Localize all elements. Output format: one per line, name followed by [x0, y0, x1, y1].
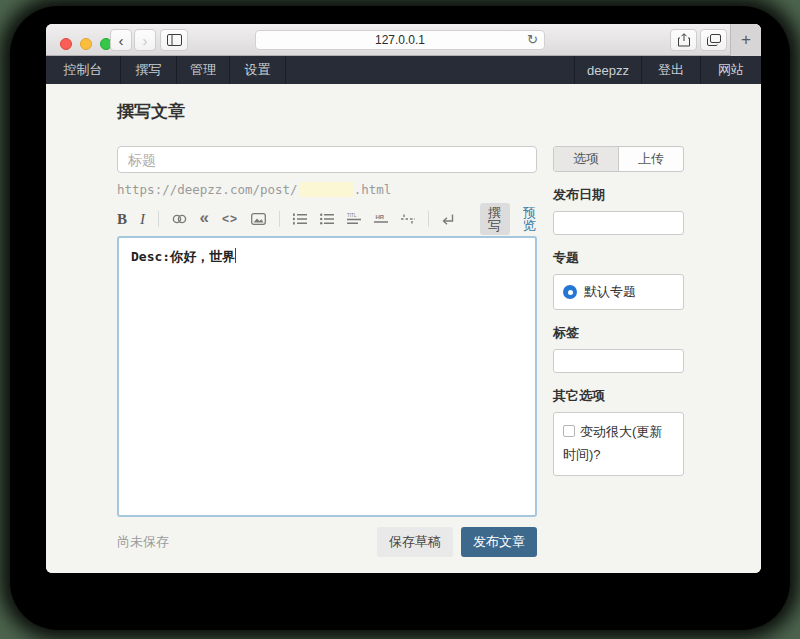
- nav-label: 登出: [658, 61, 684, 79]
- page-break-button[interactable]: [401, 213, 415, 225]
- tags-label: 标签: [553, 324, 684, 342]
- publish-date-label: 发布日期: [553, 186, 684, 204]
- address-bar[interactable]: 127.0.0.1 ↻: [255, 30, 545, 50]
- ordered-list-button[interactable]: [293, 213, 307, 225]
- bold-button[interactable]: B: [117, 212, 127, 227]
- sidebar-tabs: 选项 上传: [553, 146, 684, 172]
- radio-selected-icon[interactable]: [563, 285, 577, 299]
- tab-upload[interactable]: 上传: [618, 147, 683, 171]
- nav-label: 管理: [190, 61, 216, 79]
- forward-icon: ›: [143, 32, 148, 49]
- tab-label: 选项: [573, 150, 599, 168]
- link-icon: [172, 214, 187, 224]
- close-window-button[interactable]: [60, 38, 72, 50]
- url-slug-highlight: [299, 182, 353, 197]
- editor-footer: 尚未保存 保存草稿 发布文章: [117, 527, 537, 557]
- options-sidebar: 选项 上传 发布日期 专题 默认专题 标签 其它选项 变动很大(更新时: [553, 146, 684, 476]
- editor-text: Desc:你好，世界: [131, 249, 235, 264]
- safari-window: ‹ › 127.0.0.1 ↻: [46, 24, 761, 573]
- svg-text:TITL: TITL: [347, 213, 357, 218]
- heading-icon: TITL: [347, 213, 361, 225]
- plus-icon: +: [741, 30, 751, 50]
- other-options-label: 其它选项: [553, 387, 684, 405]
- page-content: 撰写文章 https://deepzz.com/post/ .html B I: [46, 84, 761, 573]
- minimize-window-button[interactable]: [80, 38, 92, 50]
- topic-option-label: 默认专题: [584, 283, 636, 301]
- tab-label: 上传: [638, 150, 664, 168]
- show-tabs-button[interactable]: [700, 29, 727, 51]
- nav-label: deepzz: [587, 63, 629, 78]
- forward-button[interactable]: ›: [134, 29, 156, 51]
- topic-option-default[interactable]: 默认专题: [563, 283, 674, 301]
- undo-button[interactable]: [441, 214, 454, 225]
- nav-item-write[interactable]: 撰写: [121, 56, 177, 84]
- nav-label: 控制台: [64, 61, 103, 79]
- image-button[interactable]: [251, 213, 266, 225]
- app-navbar: 控制台 撰写 管理 设置 deepzz 登出 网站: [46, 56, 761, 84]
- heading-button[interactable]: TITL: [347, 213, 361, 225]
- nav-label: 设置: [245, 61, 271, 79]
- quote-button[interactable]: «: [200, 209, 209, 226]
- tags-input[interactable]: [553, 349, 684, 373]
- toolbar-separator: [279, 211, 280, 227]
- toolbar-separator: [158, 211, 159, 227]
- topic-label: 专题: [553, 249, 684, 267]
- browser-toolbar: ‹ › 127.0.0.1 ↻: [46, 24, 761, 56]
- link-button[interactable]: [172, 214, 187, 224]
- nav-item-logout[interactable]: 登出: [641, 56, 700, 84]
- share-icon: [678, 33, 690, 47]
- major-change-option[interactable]: 变动很大(更新时间)?: [563, 424, 662, 462]
- nav-item-website[interactable]: 网站: [700, 56, 761, 84]
- page-break-icon: [401, 213, 415, 225]
- text-caret: [235, 248, 236, 263]
- checkbox-unchecked-icon[interactable]: [563, 425, 575, 437]
- topic-box: 默认专题: [553, 274, 684, 310]
- tab-options[interactable]: 选项: [554, 147, 618, 171]
- save-status: 尚未保存: [117, 533, 169, 551]
- nav-item-dashboard[interactable]: 控制台: [46, 56, 121, 84]
- horizontal-rule-button[interactable]: HR: [374, 213, 388, 225]
- publish-date-input[interactable]: [553, 211, 684, 235]
- code-button[interactable]: <>: [222, 213, 238, 225]
- undo-icon: [441, 214, 454, 225]
- nav-item-settings[interactable]: 设置: [230, 56, 286, 84]
- svg-text:HR: HR: [375, 214, 384, 220]
- preview-mode-tab[interactable]: 预览: [523, 206, 537, 232]
- new-tab-button[interactable]: +: [730, 24, 761, 56]
- italic-button[interactable]: I: [140, 212, 145, 227]
- image-icon: [251, 213, 266, 225]
- navbar-spacer: [286, 56, 574, 84]
- ordered-list-icon: [293, 213, 307, 225]
- write-mode-tab[interactable]: 撰写: [480, 203, 510, 235]
- page-title: 撰写文章: [117, 100, 185, 123]
- url-prefix: https://deepzz.com/post/: [117, 182, 298, 197]
- nav-label: 网站: [718, 61, 744, 79]
- url-text: 127.0.0.1: [375, 33, 425, 47]
- post-url-preview: https://deepzz.com/post/ .html: [117, 182, 537, 197]
- editor-column: https://deepzz.com/post/ .html B I « <>: [117, 146, 537, 557]
- refresh-icon[interactable]: ↻: [527, 32, 538, 47]
- tabs-icon: [707, 34, 721, 46]
- sidebar-icon: [167, 34, 182, 46]
- back-button[interactable]: ‹: [110, 29, 132, 51]
- toolbar-separator: [428, 211, 429, 227]
- title-input[interactable]: [117, 146, 537, 173]
- sidebar-toggle-button[interactable]: [160, 29, 188, 51]
- other-options-box: 变动很大(更新时间)?: [553, 412, 684, 476]
- share-button[interactable]: [670, 29, 697, 51]
- nav-item-manage[interactable]: 管理: [177, 56, 230, 84]
- editor-toolbar: B I « <>: [117, 207, 537, 231]
- unordered-list-icon: [320, 213, 334, 225]
- back-icon: ‹: [119, 32, 124, 49]
- url-suffix: .html: [354, 182, 392, 197]
- save-draft-button[interactable]: 保存草稿: [377, 527, 453, 557]
- horizontal-rule-icon: HR: [374, 213, 388, 225]
- unordered-list-button[interactable]: [320, 213, 334, 225]
- publish-button[interactable]: 发布文章: [461, 527, 537, 557]
- nav-item-username[interactable]: deepzz: [574, 56, 641, 84]
- content-textarea[interactable]: Desc:你好，世界: [117, 236, 537, 517]
- nav-label: 撰写: [136, 61, 162, 79]
- major-change-label: 变动很大(更新时间)?: [563, 424, 662, 462]
